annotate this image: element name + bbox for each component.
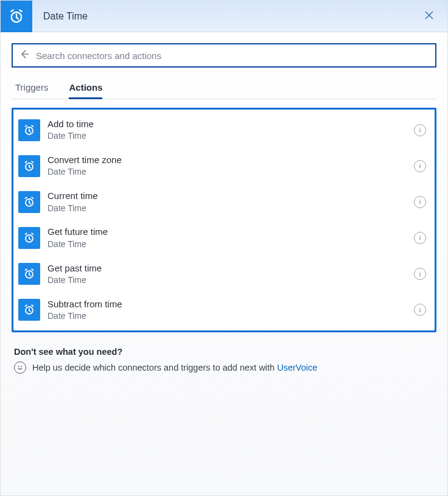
- smiley-icon: [14, 362, 26, 374]
- action-title: Current time: [47, 190, 414, 202]
- alarm-clock-icon: [18, 299, 40, 321]
- info-icon: i: [419, 162, 421, 169]
- connector-panel: Date Time: [0, 0, 448, 496]
- alarm-clock-icon: [18, 227, 40, 249]
- action-text: Subtract from time Date Time: [47, 298, 414, 322]
- tab-strip: Triggers Actions: [12, 68, 436, 99]
- info-icon: i: [419, 271, 421, 278]
- action-title: Get past time: [47, 262, 414, 274]
- help-text-line: Help us decide which connectors and trig…: [14, 362, 434, 374]
- alarm-clock-icon: [18, 119, 40, 141]
- info-button[interactable]: i: [414, 160, 426, 172]
- action-text: Convert time zone Date Time: [47, 154, 414, 178]
- action-title: Get future time: [47, 226, 414, 238]
- panel-title: Date Time: [32, 11, 419, 22]
- arrow-left-icon: [18, 48, 30, 63]
- action-get-future-time[interactable]: Get future time Date Time i: [13, 220, 435, 256]
- action-text: Get future time Date Time: [47, 226, 414, 250]
- action-get-past-time[interactable]: Get past time Date Time i: [13, 256, 435, 292]
- search-input[interactable]: [35, 44, 433, 66]
- action-text: Current time Date Time: [47, 190, 414, 214]
- help-text: Help us decide which connectors and trig…: [32, 363, 317, 372]
- close-icon: [424, 10, 435, 23]
- info-button[interactable]: i: [414, 268, 426, 280]
- alarm-clock-icon: [18, 155, 40, 177]
- action-title: Add to time: [47, 118, 414, 130]
- info-icon: i: [419, 307, 421, 313]
- back-button[interactable]: [16, 47, 32, 63]
- alarm-clock-icon: [18, 191, 40, 213]
- tab-label: Triggers: [15, 82, 48, 93]
- info-icon: i: [419, 234, 421, 241]
- close-button[interactable]: [419, 7, 439, 26]
- alarm-clock-icon: [18, 263, 40, 285]
- info-button[interactable]: i: [414, 196, 426, 208]
- action-text: Get past time Date Time: [47, 262, 414, 286]
- action-current-time[interactable]: Current time Date Time i: [13, 184, 435, 220]
- action-subtitle: Date Time: [47, 203, 414, 214]
- action-subtitle: Date Time: [47, 274, 414, 286]
- actions-list: Add to time Date Time i Con: [12, 108, 436, 332]
- help-section: Don't see what you need? Help us decide …: [12, 332, 436, 374]
- action-subtitle: Date Time: [47, 310, 414, 322]
- svg-point-11: [21, 366, 22, 367]
- action-subtitle: Date Time: [47, 130, 414, 142]
- action-subtitle: Date Time: [47, 239, 414, 250]
- connector-icon-box: [1, 1, 32, 32]
- search-bar: [12, 43, 436, 68]
- help-text-prefix: Help us decide which connectors and trig…: [32, 363, 277, 372]
- help-heading: Don't see what you need?: [14, 347, 434, 357]
- action-subtitle: Date Time: [47, 166, 414, 178]
- action-title: Subtract from time: [47, 298, 414, 310]
- tab-actions[interactable]: Actions: [69, 79, 102, 99]
- info-button[interactable]: i: [414, 232, 426, 244]
- panel-body: Triggers Actions Add to time: [1, 32, 447, 495]
- action-title: Convert time zone: [47, 154, 414, 166]
- action-add-to-time[interactable]: Add to time Date Time i: [13, 112, 435, 148]
- alarm-clock-icon: [8, 8, 25, 25]
- tab-triggers[interactable]: Triggers: [15, 79, 48, 99]
- panel-header: Date Time: [1, 1, 447, 32]
- info-icon: i: [419, 198, 421, 205]
- info-icon: i: [419, 127, 421, 133]
- info-button[interactable]: i: [414, 124, 426, 136]
- uservoice-link[interactable]: UserVoice: [277, 363, 317, 372]
- action-text: Add to time Date Time: [47, 118, 414, 142]
- info-button[interactable]: i: [414, 304, 426, 316]
- action-subtract-from-time[interactable]: Subtract from time Date Time i: [13, 292, 435, 328]
- svg-point-10: [18, 366, 19, 367]
- tab-label: Actions: [69, 82, 102, 93]
- action-convert-time-zone[interactable]: Convert time zone Date Time i: [13, 148, 435, 184]
